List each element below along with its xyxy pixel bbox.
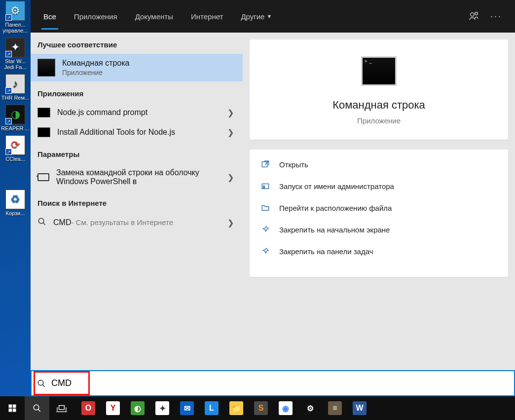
desktop-icon[interactable]: ⟳↗CClea... [0, 134, 31, 165]
action-run-as-admin[interactable]: Запуск от имени администратора [250, 175, 508, 197]
svg-rect-9 [9, 405, 12, 408]
taskbar-app-yandex[interactable]: Y [102, 396, 124, 420]
taskbar-apps: OY◐✦✉L📁S◉⚙≡W [77, 396, 371, 420]
settings-icon [37, 173, 49, 181]
preview-column: Командная строка Приложение Открыть Запу… [243, 33, 515, 370]
taskbar-app-word[interactable]: W [348, 396, 371, 420]
tab-more[interactable]: Другие▼ [232, 0, 281, 33]
chevron-right-icon[interactable]: ❯ [225, 173, 236, 182]
action-pin-taskbar[interactable]: Закрепить на панели задач [250, 240, 508, 262]
cmd-icon [37, 108, 50, 117]
svg-rect-12 [13, 409, 16, 412]
action-pin-start[interactable]: Закрепить на начальном экране [250, 219, 508, 240]
taskbar-app-L[interactable]: L [200, 396, 223, 420]
svg-point-2 [38, 218, 44, 224]
desktop-icon-recycle[interactable]: ♻Корзи... [0, 189, 31, 219]
svg-point-0 [471, 13, 474, 16]
pin-start-icon [260, 225, 270, 234]
taskbar-app-studio[interactable]: ≡ [324, 396, 346, 420]
pin-taskbar-icon [260, 246, 270, 256]
search-tabs: Все Приложения Документы Интернет Другие… [31, 0, 515, 33]
taskbar-app-punto[interactable]: ✦ [151, 396, 174, 420]
tab-docs[interactable]: Документы [126, 0, 182, 33]
svg-point-13 [34, 405, 39, 410]
svg-point-1 [475, 12, 478, 15]
taskbar-app-sublime[interactable]: S [250, 396, 272, 420]
chevron-right-icon[interactable]: ❯ [225, 108, 236, 117]
chevron-right-icon[interactable]: ❯ [225, 218, 236, 228]
svg-rect-10 [13, 405, 16, 408]
best-match-row[interactable]: Командная строка Приложение [31, 54, 243, 81]
tab-all[interactable]: Все [35, 0, 65, 33]
taskbar-search-button[interactable] [25, 396, 49, 420]
app-result-row[interactable]: Node.js command prompt ❯ [31, 103, 243, 122]
taskbar: OY◐✦✉L📁S◉⚙≡W [0, 396, 515, 420]
taskbar-app-settings[interactable]: ⚙ [299, 396, 322, 420]
svg-point-7 [38, 380, 43, 385]
search-content: Лучшее соответствие Командная строка При… [31, 33, 515, 370]
action-open[interactable]: Открыть [250, 153, 508, 175]
desktop-icon[interactable]: ◑↗REAPER ... [0, 104, 31, 134]
best-match-subtitle: Приложение [62, 69, 130, 76]
taskbar-app-opera[interactable]: O [77, 396, 100, 420]
desktop: ⚙↗Панел... управле... ✦↗Star W... Jedi F… [0, 0, 515, 420]
results-column: Лучшее соответствие Командная строка При… [31, 33, 243, 370]
search-icon [32, 379, 51, 388]
section-apps: Приложения [31, 81, 243, 103]
desktop-icon[interactable]: ♪↗THR Rем... [0, 73, 31, 104]
app-result-row[interactable]: Install Additional Tools for Node.js ❯ [31, 122, 243, 142]
section-web: Поиск в Интернете [31, 191, 243, 212]
feedback-icon[interactable] [469, 11, 479, 22]
preview-subtitle: Приложение [259, 116, 498, 125]
svg-rect-15 [59, 406, 65, 410]
desktop-icon[interactable]: ✦↗Star W... Jedi Fa... [0, 37, 31, 73]
start-button[interactable] [0, 396, 25, 420]
section-best-match: Лучшее соответствие [31, 33, 243, 54]
chevron-down-icon: ▼ [266, 13, 272, 19]
svg-line-3 [43, 223, 45, 225]
web-result-row[interactable]: CMD - См. результаты в Интернете ❯ [31, 212, 243, 233]
tab-web[interactable]: Интернет [182, 0, 232, 33]
preview-title: Командная строка [259, 99, 498, 112]
svg-point-6 [263, 186, 265, 187]
settings-result-row[interactable]: Замена командной строки на оболочку Wind… [31, 163, 243, 191]
cmd-icon [37, 59, 55, 76]
action-open-location[interactable]: Перейти к расположению файла [250, 197, 508, 219]
svg-line-14 [38, 409, 40, 412]
task-view-button[interactable] [49, 396, 74, 420]
folder-icon [260, 203, 270, 213]
search-icon [37, 217, 46, 228]
more-options-icon[interactable]: ··· [490, 11, 502, 22]
taskbar-app-tor[interactable]: ◐ [126, 396, 149, 420]
best-match-title: Командная строка [62, 59, 130, 68]
desktop-icons-column: ⚙↗Панел... управле... ✦↗Star W... Jedi F… [0, 0, 31, 219]
cmd-large-icon [361, 56, 397, 86]
section-settings: Параметры [31, 142, 243, 163]
search-input[interactable] [51, 371, 514, 395]
svg-line-8 [42, 384, 45, 387]
svg-rect-4 [262, 162, 267, 167]
desktop-icon[interactable]: ⚙↗Панел... управле... [0, 0, 31, 37]
search-input-bar[interactable] [31, 370, 515, 396]
admin-icon [260, 181, 270, 191]
chevron-right-icon[interactable]: ❯ [225, 128, 236, 137]
preview-actions: Открыть Запуск от имени администратора П… [250, 150, 508, 277]
taskbar-app-mail[interactable]: ✉ [176, 396, 198, 420]
cmd-icon [37, 127, 50, 137]
open-icon [260, 159, 270, 169]
taskbar-app-chrome[interactable]: ◉ [274, 396, 297, 420]
taskbar-app-explorer[interactable]: 📁 [225, 396, 248, 420]
search-flyout: Все Приложения Документы Интернет Другие… [31, 0, 515, 396]
svg-rect-11 [9, 409, 12, 412]
tab-apps[interactable]: Приложения [65, 0, 126, 33]
preview-card: Командная строка Приложение [250, 39, 508, 140]
